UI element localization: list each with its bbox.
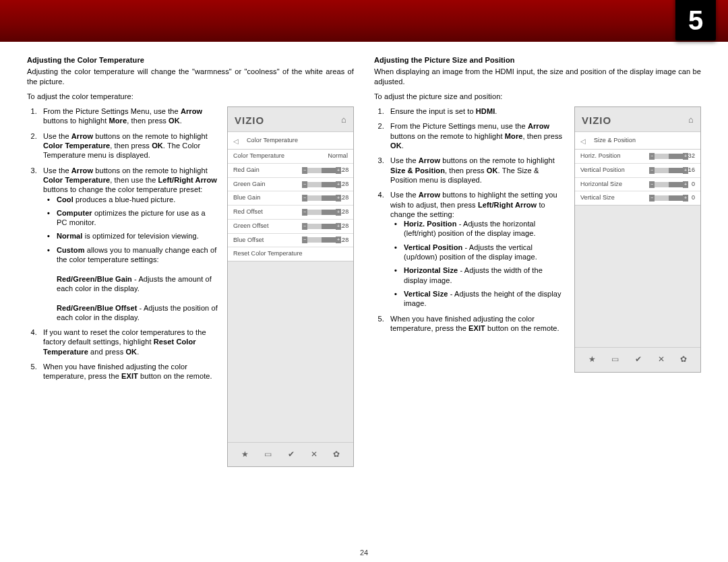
section-title: Adjusting the Picture Size and Position <box>374 55 701 65</box>
menu-row: Vertical Position16 <box>575 164 700 178</box>
bullet: Computer optimizes the picture for use a… <box>47 208 354 228</box>
gear-icon: ✿ <box>333 449 340 460</box>
menu-bottom-icons: ★ ▭ ✔ ✕ ✿ <box>228 442 353 467</box>
close-icon: ✕ <box>311 449 317 460</box>
menu-row: Horizontal Size0 <box>575 178 700 192</box>
menu-row: Color Temperature Normal <box>228 150 353 164</box>
page-content: Adjusting the Color Temperature Adjustin… <box>27 55 701 543</box>
lead-text: To adjust the picture size and position: <box>374 92 701 101</box>
bullet: Normal is optimized for television viewi… <box>47 231 354 241</box>
menu-subtitle: ◁ Color Temperature <box>228 132 353 150</box>
v-icon: ✔ <box>288 449 295 460</box>
star-icon: ★ <box>588 354 596 365</box>
home-icon: ⌂ <box>688 115 694 126</box>
bullet: Vertical Position - Adjusts the vertical… <box>394 243 701 262</box>
intro-text: Adjusting the color temperature will cha… <box>27 67 354 86</box>
home-icon: ⌂ <box>341 115 346 126</box>
right-column: Adjusting the Picture Size and Position … <box>374 55 701 543</box>
menu-subtitle: ◁ Size & Position <box>575 132 700 150</box>
chapter-number: 5 <box>675 0 716 40</box>
bullet: Horiz. Position - Adjusts the horizontal… <box>394 219 701 239</box>
v-icon: ✔ <box>635 354 642 365</box>
menu-row: Red Gain128 <box>228 164 353 178</box>
star-icon: ★ <box>241 449 249 460</box>
left-column: Adjusting the Color Temperature Adjustin… <box>27 55 354 543</box>
section-title: Adjusting the Color Temperature <box>27 55 354 65</box>
gear-icon: ✿ <box>680 354 687 365</box>
close-icon: ✕ <box>658 354 665 365</box>
chapter-banner: 5 <box>0 0 728 42</box>
size-position-menu-card: VIZIO ⌂ ◁ Size & Position Horiz. Positio… <box>574 106 701 373</box>
bullet: Horizontal Size - Adjusts the width of t… <box>394 266 701 285</box>
menu-row: Vertical Size0 <box>575 191 700 205</box>
bullet: Vertical Size - Adjusts the height of th… <box>394 289 701 309</box>
menu-bottom-icons: ★ ▭ ✔ ✕ ✿ <box>575 347 700 372</box>
intro-text: When displaying an image from the HDMI i… <box>374 67 701 86</box>
back-icon: ◁ <box>233 136 239 145</box>
bullet: Custom allows you to manually change eac… <box>47 245 354 322</box>
menu-row: Green Gain128 <box>228 178 353 192</box>
bullet: Cool produces a blue-hued picture. <box>47 195 354 204</box>
menu-brand: VIZIO <box>235 114 264 127</box>
wide-icon: ▭ <box>264 449 272 460</box>
page-number: 24 <box>0 549 728 557</box>
back-icon: ◁ <box>580 136 586 145</box>
menu-brand: VIZIO <box>582 114 611 127</box>
lead-text: To adjust the color temperature: <box>27 92 354 101</box>
menu-row: Horiz. Position32 <box>575 150 700 164</box>
wide-icon: ▭ <box>611 354 619 365</box>
